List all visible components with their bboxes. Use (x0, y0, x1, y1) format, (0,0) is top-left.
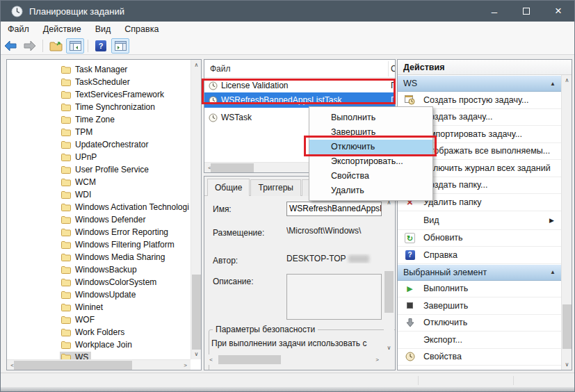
task-row-wsrefreshbannedappslisttask[interactable]: WSRefreshBannedAppsListTask П (204, 92, 395, 108)
help-button[interactable]: ? (92, 38, 110, 54)
context-menu-disable[interactable]: Отключить (309, 140, 432, 154)
action-run[interactable]: ▶ Выполнить (398, 281, 561, 298)
properties-icon (403, 352, 416, 361)
scrollbar-thumb[interactable] (192, 275, 201, 350)
tree-item[interactable]: WindowsUpdate (7, 288, 191, 301)
tree-item[interactable]: Time Synchronization (7, 101, 191, 113)
tab-triggers[interactable]: Триггеры (250, 179, 301, 196)
statusbar (1, 373, 574, 387)
scrollbar-thumb[interactable] (14, 361, 132, 370)
tree-item[interactable]: Task Manager (7, 63, 191, 76)
scrollbar-thumb[interactable] (211, 163, 254, 172)
collapse-section-icon[interactable]: ▲ (550, 81, 556, 87)
scroll-up-icon[interactable]: ∧ (562, 75, 572, 85)
scrollbar-thumb[interactable] (562, 304, 572, 349)
tree-item[interactable]: WindowsColorSystem (7, 276, 191, 288)
folder-icon (61, 328, 71, 336)
menu-file[interactable]: Файл (1, 22, 36, 37)
scroll-right-icon[interactable]: > (372, 354, 382, 365)
tree-item[interactable]: WCM (7, 176, 191, 188)
tree-item[interactable]: Work Folders (7, 326, 191, 338)
tree-item[interactable]: Wininet (7, 301, 191, 313)
scroll-right-icon[interactable]: > (180, 360, 191, 370)
up-folder-button[interactable] (47, 38, 65, 54)
column-header-file[interactable]: Файл (210, 64, 231, 74)
forward-button[interactable] (21, 38, 39, 54)
tree-item[interactable]: UpdateOrchestrator (7, 138, 191, 151)
tree-item[interactable]: Windows Filtering Platform (7, 238, 191, 251)
back-button[interactable] (1, 38, 19, 54)
action-item-label: Экспорт... (423, 335, 462, 345)
column-divider[interactable] (388, 61, 389, 76)
author-field-label: Автор: (213, 256, 238, 266)
name-field-value[interactable]: WSRefreshBannedAppsListTask (286, 202, 382, 216)
tree-item[interactable]: Windows Activation Technologi (7, 201, 191, 213)
task-row-license-validation[interactable]: License Validation Г (204, 79, 395, 92)
details-vertical-scrollbar[interactable]: ∧ ∨ (384, 197, 394, 353)
window-bottom-edge (1, 387, 574, 392)
folder-icon (61, 253, 71, 261)
maximize-button[interactable] (510, 1, 542, 22)
tree-item[interactable]: Windows Defender (7, 213, 191, 226)
minimize-button[interactable]: – (478, 1, 510, 22)
action-delete[interactable]: × Удалить (398, 366, 561, 370)
description-field-box[interactable] (286, 274, 382, 320)
action-refresh[interactable]: ↻ Обновить (398, 230, 561, 247)
tree-item-ws-selected[interactable]: WS (7, 351, 191, 359)
action-properties[interactable]: Свойства (398, 349, 561, 366)
menu-view[interactable]: Вид (88, 22, 118, 37)
action-help[interactable]: ? Справка (398, 247, 561, 264)
action-end[interactable]: Завершить (398, 297, 561, 315)
scrollbar-thumb[interactable] (218, 355, 281, 364)
tree-item[interactable]: TaskScheduler (7, 76, 191, 88)
show-action-pane-button[interactable] (111, 38, 129, 54)
details-horizontal-scrollbar[interactable]: < > (206, 354, 382, 365)
tree-item[interactable]: Windows Media Sharing (7, 251, 191, 263)
close-button[interactable]: × (542, 1, 574, 22)
action-export[interactable]: Экспорт... (398, 332, 561, 349)
tree-item[interactable]: WOF (7, 313, 191, 326)
tree-item[interactable]: User Profile Service (7, 163, 191, 176)
action-item-label: Создать простую задачу... (423, 95, 528, 105)
tree-item[interactable]: UPnP (7, 151, 191, 163)
scroll-down-icon[interactable]: ∨ (562, 359, 572, 370)
toolbar: ? (1, 37, 574, 55)
scroll-down-icon[interactable]: ∨ (384, 343, 394, 353)
tree-item-label: Work Folders (75, 327, 124, 337)
context-menu-end[interactable]: Завершить (309, 125, 432, 140)
tree-item[interactable]: WindowsBackup (7, 263, 191, 276)
folder-icon (61, 278, 71, 286)
scroll-up-icon[interactable]: ∧ (191, 60, 202, 70)
scrollbar-thumb[interactable] (384, 271, 394, 313)
column-header-status[interactable]: С (391, 64, 396, 74)
tree-item[interactable]: WDI (7, 188, 191, 201)
actions-section-ws-header[interactable]: WS ▲ (398, 75, 561, 92)
context-menu-export[interactable]: Экспортировать... (309, 154, 432, 169)
tree-item[interactable]: Time Zone (7, 113, 191, 126)
tree-item[interactable]: Windows Error Reporting (7, 226, 191, 238)
context-menu-delete[interactable]: Удалить (309, 183, 432, 198)
tree-item[interactable]: Workplace Join (7, 338, 191, 351)
menu-help[interactable]: Справка (118, 22, 165, 37)
tree-horizontal-scrollbar[interactable]: < > (7, 359, 191, 370)
show-console-tree-button[interactable] (66, 38, 84, 54)
tree-vertical-scrollbar[interactable]: ∧ ∨ (191, 60, 201, 359)
context-menu-properties[interactable]: Свойства (309, 169, 432, 183)
folder-icon (61, 78, 71, 86)
menu-action[interactable]: Действие (36, 22, 88, 37)
folder-icon (61, 228, 71, 236)
scroll-down-icon[interactable]: ∨ (191, 349, 202, 359)
collapse-section-icon[interactable]: ▲ (550, 269, 556, 275)
tree-item[interactable]: TPM (7, 126, 191, 138)
action-item-label: Справка (423, 250, 457, 260)
scroll-left-icon[interactable]: < (206, 354, 216, 365)
actions-section-selected-item-header[interactable]: Выбранный элемент ▲ (398, 264, 561, 281)
tree-item[interactable]: TextServicesFramework (7, 88, 191, 101)
tab-general[interactable]: Общие (207, 179, 250, 196)
context-menu-run[interactable]: Выполнить (309, 111, 432, 125)
actions-vertical-scrollbar[interactable]: ∧ ∨ (561, 75, 572, 370)
action-item-label: Удалить (423, 369, 457, 370)
action-disable[interactable]: Отключить (398, 315, 561, 332)
action-view[interactable]: Вид ▶ (398, 211, 561, 230)
section-header-label: WS (403, 79, 417, 88)
